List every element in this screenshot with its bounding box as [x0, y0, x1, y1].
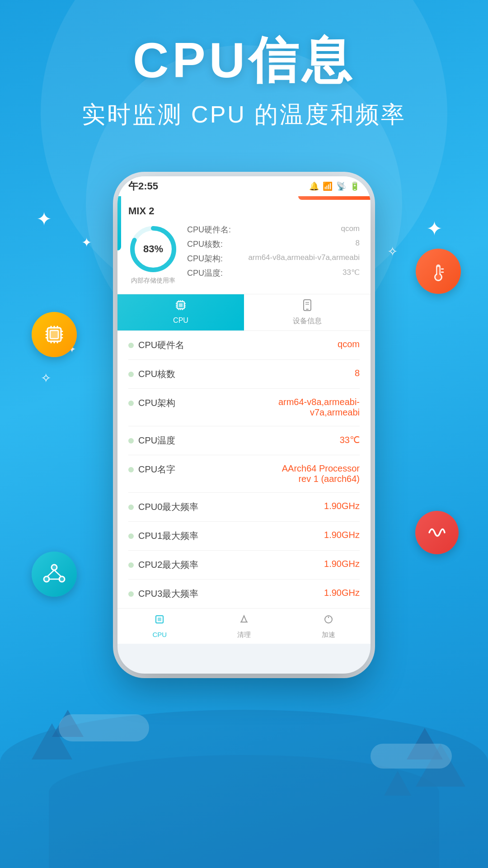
badge-chip-network	[32, 552, 77, 597]
detail-label-container-5: CPU0最大频率	[128, 501, 198, 513]
detail-row-1: CPU核数 8	[128, 360, 360, 389]
detail-label-container-8: CPU3最大频率	[128, 588, 198, 600]
dot-1	[128, 372, 134, 377]
card-content: 83% 内部存储使用率 CPU硬件名: qcom CPU核数: 8 CP	[128, 224, 360, 285]
ground-hill-2	[49, 755, 439, 868]
detail-value-1: 8	[355, 368, 360, 378]
tab-cpu[interactable]: CPU	[117, 294, 244, 330]
phone-mockup: 午2:55 🔔 📶 📡 🔋 MIX 2	[117, 176, 371, 674]
detail-row-4: CPU名字 AArch64 Processor rev 1 (aarch64)	[128, 455, 360, 493]
svg-point-20	[52, 565, 57, 570]
nav-boost-icon	[322, 613, 335, 629]
detail-label-container-7: CPU2最大频率	[128, 559, 198, 571]
cpu-info-card-list: CPU硬件名: qcom CPU核数: 8 CPU架构: arm64-v8a,a…	[187, 224, 360, 282]
accent-bar-top	[298, 196, 371, 200]
card-value-2: arm64-v8a,armeabi-v7a,armeabi	[248, 253, 360, 264]
svg-rect-47	[158, 618, 161, 621]
tab-cpu-icon	[174, 299, 187, 315]
card-label-1: CPU核数:	[187, 239, 223, 250]
nav-cpu[interactable]: CPU	[117, 613, 202, 639]
tab-cpu-label: CPU	[173, 316, 188, 325]
detail-label-1: CPU核数	[138, 368, 175, 380]
phone-wrapper: 午2:55 🔔 📶 📡 🔋 MIX 2	[117, 176, 371, 674]
status-time: 午2:55	[128, 179, 158, 193]
bottom-nav: CPU 清理 加速	[117, 608, 371, 644]
detail-label-6: CPU1最大频率	[138, 530, 198, 542]
detail-row-8: CPU3最大频率 1.90GHz	[128, 580, 360, 608]
nav-clean-label: 清理	[237, 631, 251, 639]
notification-icon: 🔔	[309, 181, 319, 191]
tab-bar: CPU 设备信息	[117, 294, 371, 331]
nav-cpu-label: CPU	[153, 631, 167, 638]
detail-value-6: 1.90GHz	[324, 530, 360, 540]
sparkle-1: ✦	[36, 208, 52, 230]
card-value-3: 33℃	[343, 268, 360, 278]
card-info-row-2: CPU架构: arm64-v8a,armeabi-v7a,armeabi	[187, 253, 360, 264]
tab-device[interactable]: 设备信息	[244, 294, 371, 330]
detail-value-2: arm64-v8a,armeabi-v7a,armeabi	[269, 397, 360, 418]
badge-chip-thermometer	[416, 249, 461, 294]
tab-device-icon	[301, 299, 314, 315]
svg-point-17	[436, 274, 441, 280]
dot-4	[128, 467, 134, 472]
wifi-icon: 📡	[336, 181, 346, 191]
sparkle-4: ✦	[426, 217, 443, 240]
card-label-3: CPU温度:	[187, 268, 223, 278]
circle-progress: 83%	[128, 224, 178, 274]
detail-label-container-0: CPU硬件名	[128, 339, 184, 351]
dot-7	[128, 562, 134, 568]
header-section: CPU信息 实时监测 CPU 的温度和频率	[0, 27, 488, 131]
sparkle-7: ✧	[41, 371, 51, 386]
signal-icon: 📶	[323, 181, 333, 191]
card-label-0: CPU硬件名:	[187, 224, 231, 235]
tab-device-label: 设备信息	[293, 316, 322, 326]
detail-value-0: qcom	[338, 339, 360, 349]
nav-boost-label: 加速	[322, 631, 335, 639]
status-icons: 🔔 📶 📡 🔋	[309, 181, 360, 191]
dot-6	[128, 533, 134, 539]
detail-label-container-2: CPU架构	[128, 397, 175, 409]
detail-label-7: CPU2最大频率	[138, 559, 198, 571]
detail-label-container-4: CPU名字	[128, 463, 175, 476]
sparkle-5: ✧	[387, 244, 398, 259]
svg-rect-1	[50, 330, 58, 339]
detail-label-3: CPU温度	[138, 434, 175, 447]
svg-line-24	[54, 570, 61, 576]
nav-clean-icon	[238, 613, 250, 629]
card-info-row-3: CPU温度: 33℃	[187, 268, 360, 278]
triangle-5	[384, 771, 411, 796]
cloud-1	[59, 714, 149, 741]
card-info-row-0: CPU硬件名: qcom	[187, 224, 360, 235]
accent-bar-left	[117, 196, 121, 250]
circle-progress-container: 83% 内部存储使用率	[128, 224, 178, 285]
badge-chip-cpu	[32, 312, 77, 357]
detail-label-4: CPU名字	[138, 463, 175, 476]
detail-value-3: 33℃	[340, 434, 360, 445]
device-name: MIX 2	[128, 205, 360, 217]
circle-label: 内部存储使用率	[131, 277, 175, 285]
subtitle: 实时监测 CPU 的温度和频率	[0, 99, 488, 131]
detail-row-5: CPU0最大频率 1.90GHz	[128, 493, 360, 522]
detail-value-8: 1.90GHz	[324, 588, 360, 598]
card-label-2: CPU架构:	[187, 253, 223, 264]
card-value-0: qcom	[341, 224, 360, 235]
dot-5	[128, 505, 134, 510]
detail-value-4: AArch64 Processor rev 1 (aarch64)	[269, 463, 360, 484]
detail-row-6: CPU1最大频率 1.90GHz	[128, 522, 360, 551]
nav-boost[interactable]: 加速	[286, 613, 371, 639]
detail-row-0: CPU硬件名 qcom	[128, 331, 360, 360]
circle-percent-text: 83%	[143, 243, 163, 255]
svg-rect-43	[306, 309, 309, 310]
nav-clean[interactable]: 清理	[202, 613, 286, 639]
sparkle-2: ✦	[81, 235, 92, 250]
detail-label-container-1: CPU核数	[128, 368, 175, 380]
detail-label-8: CPU3最大频率	[138, 588, 198, 600]
detail-row-3: CPU温度 33℃	[128, 426, 360, 455]
cloud-2	[371, 744, 452, 769]
card-value-1: 8	[356, 239, 360, 250]
detail-row-7: CPU2最大频率 1.90GHz	[128, 551, 360, 580]
detail-value-7: 1.90GHz	[324, 559, 360, 569]
main-title: CPU信息	[0, 27, 488, 94]
detail-value-5: 1.90GHz	[324, 501, 360, 511]
status-bar: 午2:55 🔔 📶 📡 🔋	[117, 176, 371, 196]
